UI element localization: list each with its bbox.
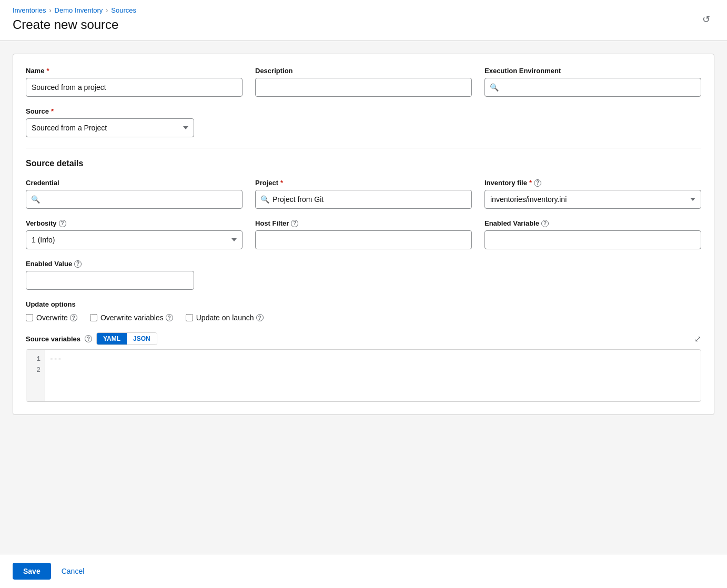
group-verbosity: Verbosity ? 0 (Warning) 1 (Info) 2 (Debu… <box>26 219 243 249</box>
group-credential: Credential 🔍 <box>26 179 243 209</box>
source-label: Source * <box>26 107 194 115</box>
execution-env-search-wrapper: 🔍 <box>484 78 701 97</box>
overwrite-variables-label: Overwrite variables ? <box>100 313 173 322</box>
execution-env-label: Execution Environment <box>484 67 701 75</box>
source-variables-help-icon[interactable]: ? <box>85 335 92 342</box>
footer-actions: Save Cancel <box>0 554 727 588</box>
overwrite-group: Overwrite ? <box>26 313 77 322</box>
inventory-file-help-icon[interactable]: ? <box>534 179 541 187</box>
overwrite-variables-checkbox[interactable] <box>90 314 97 321</box>
source-details-title: Source details <box>26 159 701 168</box>
overwrite-variables-group: Overwrite variables ? <box>90 313 173 322</box>
source-variables-section: Source variables ? YAML JSON ⤢ 1 2 <box>26 332 701 402</box>
update-options-title: Update options <box>26 300 701 308</box>
update-on-launch-help-icon[interactable]: ? <box>256 314 264 321</box>
line-number-2: 2 <box>31 365 41 376</box>
row-verbosity-hostfilter-enabledvar: Verbosity ? 0 (Warning) 1 (Info) 2 (Debu… <box>26 219 701 249</box>
group-project: Project * 🔍 <box>255 179 472 209</box>
verbosity-help-icon[interactable]: ? <box>59 220 66 227</box>
name-input[interactable] <box>26 78 243 97</box>
row-enabled-value: Enabled Value ? <box>26 260 194 290</box>
code-editor[interactable]: 1 2 --- <box>26 349 701 402</box>
inventory-file-label: Inventory file * ? <box>484 179 701 187</box>
update-on-launch-group: Update on launch ? <box>186 313 264 322</box>
breadcrumb: Inventories › Demo Inventory › Sources <box>13 6 714 14</box>
description-input[interactable] <box>255 78 472 97</box>
row-name-desc-env: Name * Description Execution Environment… <box>26 67 701 97</box>
overwrite-label: Overwrite ? <box>36 313 77 322</box>
line-number-1: 1 <box>31 354 41 365</box>
update-on-launch-label: Update on launch ? <box>196 313 264 322</box>
enabled-variable-help-icon[interactable]: ? <box>541 220 549 227</box>
host-filter-label: Host Filter ? <box>255 219 472 227</box>
verbosity-select[interactable]: 0 (Warning) 1 (Info) 2 (Debug) 3 (Debug+… <box>26 230 243 249</box>
execution-env-input[interactable] <box>484 78 701 97</box>
source-select[interactable]: Sourced from a Project Amazon EC2 Google… <box>26 118 194 137</box>
host-filter-input[interactable] <box>255 230 472 249</box>
row-cred-project-inv: Credential 🔍 Project * 🔍 <box>26 179 701 209</box>
group-enabled-value: Enabled Value ? <box>26 260 194 290</box>
row-source: Source * Sourced from a Project Amazon E… <box>26 107 194 137</box>
credential-label: Credential <box>26 179 243 187</box>
overwrite-checkbox[interactable] <box>26 314 33 321</box>
group-host-filter: Host Filter ? <box>255 219 472 249</box>
code-line-1: --- <box>49 354 696 365</box>
project-required: * <box>280 179 283 187</box>
enabled-variable-label: Enabled Variable ? <box>484 219 701 227</box>
enabled-variable-input[interactable] <box>484 230 701 249</box>
breadcrumb-inventories[interactable]: Inventories <box>13 6 46 14</box>
page-header: Inventories › Demo Inventory › Sources C… <box>0 0 727 41</box>
description-label: Description <box>255 67 472 75</box>
source-vars-label-group: Source variables ? YAML JSON <box>26 332 157 345</box>
group-name: Name * <box>26 67 243 97</box>
save-button[interactable]: Save <box>13 563 51 580</box>
source-vars-toggle-group: YAML JSON <box>96 332 157 345</box>
name-required: * <box>46 67 49 75</box>
form-card: Name * Description Execution Environment… <box>13 54 714 415</box>
project-search-wrapper: 🔍 <box>255 190 472 209</box>
group-inventory-file: Inventory file * ? inventories/inventory… <box>484 179 701 209</box>
update-on-launch-checkbox[interactable] <box>186 314 193 321</box>
section-divider-1 <box>26 148 701 148</box>
breadcrumb-sep-1: › <box>49 7 52 14</box>
credential-input[interactable] <box>26 190 243 209</box>
page-title: Create new source <box>13 17 714 32</box>
project-label: Project * <box>255 179 472 187</box>
breadcrumb-sources[interactable]: Sources <box>111 6 136 14</box>
group-execution-env: Execution Environment 🔍 <box>484 67 701 97</box>
group-source: Source * Sourced from a Project Amazon E… <box>26 107 194 137</box>
inventory-file-required: * <box>529 179 532 187</box>
host-filter-help-icon[interactable]: ? <box>291 220 298 227</box>
line-numbers: 1 2 <box>26 350 45 401</box>
source-required: * <box>51 107 54 115</box>
breadcrumb-sep-2: › <box>106 7 108 14</box>
overwrite-help-icon[interactable]: ? <box>70 314 77 321</box>
content-area: Name * Description Execution Environment… <box>0 41 727 554</box>
update-options-row: Overwrite ? Overwrite variables ? <box>26 313 701 322</box>
expand-icon[interactable]: ⤢ <box>694 334 701 344</box>
update-options-section: Update options Overwrite ? <box>26 300 701 322</box>
group-description: Description <box>255 67 472 97</box>
inventory-file-select[interactable]: inventories/inventory.ini inventories/ho… <box>484 190 701 209</box>
credential-search-wrapper: 🔍 <box>26 190 243 209</box>
overwrite-variables-help-icon[interactable]: ? <box>166 314 173 321</box>
cancel-button[interactable]: Cancel <box>57 563 89 580</box>
yaml-toggle-btn[interactable]: YAML <box>97 333 127 344</box>
json-toggle-btn[interactable]: JSON <box>127 333 157 344</box>
verbosity-label: Verbosity ? <box>26 219 243 227</box>
code-line-2 <box>49 365 696 376</box>
breadcrumb-demo-inventory[interactable]: Demo Inventory <box>55 6 103 14</box>
source-variables-label: Source variables <box>26 335 80 343</box>
enabled-value-help-icon[interactable]: ? <box>74 260 82 268</box>
enabled-value-label: Enabled Value ? <box>26 260 194 268</box>
history-button[interactable]: ↺ <box>700 12 712 27</box>
source-details-section: Source details Credential 🔍 Project * <box>26 159 701 402</box>
project-input[interactable] <box>255 190 472 209</box>
name-label: Name * <box>26 67 243 75</box>
source-vars-header: Source variables ? YAML JSON ⤢ <box>26 332 701 345</box>
enabled-value-input[interactable] <box>26 271 194 290</box>
code-content[interactable]: --- <box>45 350 701 401</box>
group-enabled-variable: Enabled Variable ? <box>484 219 701 249</box>
